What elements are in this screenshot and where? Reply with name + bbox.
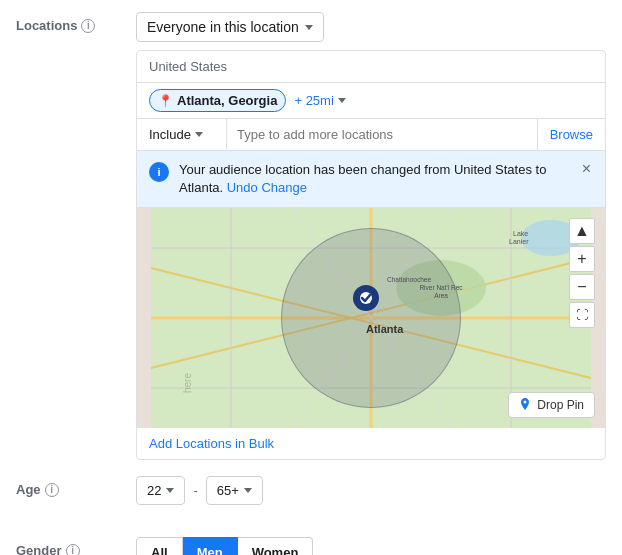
age-separator: - [193, 483, 197, 498]
info-banner-icon: i [149, 162, 169, 182]
radius-label: + 25mi [294, 93, 333, 108]
locations-label: Locations [16, 18, 77, 33]
drop-pin-button[interactable]: Drop Pin [508, 392, 595, 418]
gender-info-icon[interactable]: i [66, 544, 80, 555]
drop-pin-label: Drop Pin [537, 398, 584, 412]
include-dropdown[interactable]: Include [137, 119, 227, 150]
svg-text:here: here [182, 373, 193, 393]
map-container: Lake Lanier Chattahoochee River Nat'l Re… [137, 208, 605, 428]
map-pin-marker [351, 284, 381, 323]
everyone-in-location-label: Everyone in this location [147, 19, 299, 35]
svg-text:Atlanta: Atlanta [366, 323, 404, 335]
map-scroll-up-button[interactable]: ▲ [569, 218, 595, 244]
svg-text:River Nat'l Rec: River Nat'l Rec [419, 284, 463, 291]
include-chevron-icon [195, 132, 203, 137]
include-label: Include [149, 127, 191, 142]
age-label: Age [16, 482, 41, 497]
gender-label-col: Gender i [16, 537, 136, 555]
svg-text:Lanier: Lanier [509, 238, 529, 245]
age-max-chevron-icon [244, 488, 252, 493]
map-fullscreen-button[interactable]: ⛶ [569, 302, 595, 328]
gender-women-button[interactable]: Women [238, 537, 314, 555]
locations-info-icon[interactable]: i [81, 19, 95, 33]
gender-all-button[interactable]: All [136, 537, 183, 555]
gender-men-button[interactable]: Men [183, 537, 238, 555]
locations-row: Locations i Everyone in this location Un… [16, 12, 606, 460]
map-zoom-in-button[interactable]: + [569, 246, 595, 272]
age-min-dropdown[interactable]: 22 [136, 476, 185, 505]
age-content: 22 - 65+ [136, 476, 606, 521]
map-zoom-out-button[interactable]: − [569, 274, 595, 300]
pin-icon [519, 398, 531, 412]
location-search-input[interactable] [227, 119, 537, 150]
svg-text:Area: Area [434, 292, 448, 299]
location-city: Atlanta, Georgia [177, 93, 277, 108]
age-max-dropdown[interactable]: 65+ [206, 476, 263, 505]
age-info-icon[interactable]: i [45, 483, 59, 497]
age-min-chevron-icon [166, 488, 174, 493]
browse-button[interactable]: Browse [537, 119, 605, 150]
age-row: Age i 22 - 65+ [16, 476, 606, 521]
locations-content: Everyone in this location United States … [136, 12, 606, 460]
undo-change-link[interactable]: Undo Change [227, 180, 307, 195]
info-banner-close-icon[interactable]: × [580, 161, 593, 177]
gender-content: All Men Women [136, 537, 606, 555]
locations-label-col: Locations i [16, 12, 136, 33]
pin-icon: 📍 [158, 94, 173, 108]
dropdown-chevron-icon [305, 25, 313, 30]
info-banner: i Your audience location has been change… [137, 151, 605, 208]
gender-row: Gender i All Men Women [16, 537, 606, 555]
age-max-value: 65+ [217, 483, 239, 498]
radius-chevron-icon [338, 98, 346, 103]
age-label-col: Age i [16, 476, 136, 497]
location-panel: United States 📍 Atlanta, Georgia + 25mi … [136, 50, 606, 460]
location-country: United States [137, 51, 605, 83]
age-min-value: 22 [147, 483, 161, 498]
svg-text:Chattahoochee: Chattahoochee [387, 276, 431, 283]
include-search-row: Include Browse [137, 119, 605, 151]
location-tag[interactable]: 📍 Atlanta, Georgia [149, 89, 286, 112]
map-controls: ▲ + − ⛶ [569, 218, 595, 328]
add-locations-bulk-link[interactable]: Add Locations in Bulk [137, 428, 605, 459]
everyone-in-location-dropdown[interactable]: Everyone in this location [136, 12, 324, 42]
info-banner-text: Your audience location has been changed … [179, 161, 570, 197]
gender-label: Gender [16, 543, 62, 555]
location-tag-row: 📍 Atlanta, Georgia + 25mi [137, 83, 605, 119]
svg-text:Lake: Lake [513, 230, 528, 237]
age-controls: 22 - 65+ [136, 476, 606, 505]
gender-controls: All Men Women [136, 537, 606, 555]
radius-dropdown[interactable]: + 25mi [294, 93, 345, 108]
